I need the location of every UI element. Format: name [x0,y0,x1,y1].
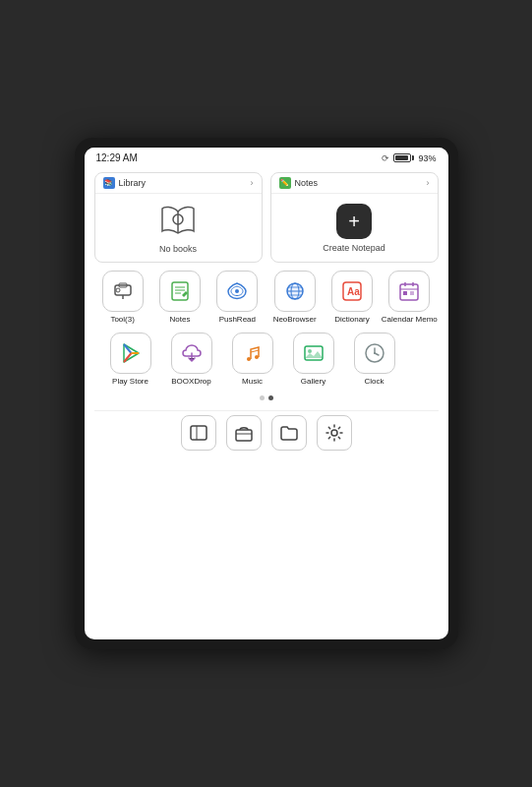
status-right: ⟳ 93% [382,153,436,163]
app-clock[interactable]: Clock [346,333,403,387]
library-widget[interactable]: 📚 Library › No book [94,172,263,263]
svg-rect-34 [191,426,207,440]
notes-widget[interactable]: ✏️ Notes › + Create Notepad [270,172,439,263]
app-playstore[interactable]: Play Store [102,333,159,387]
playstore-icon-wrapper [110,333,151,374]
booxdrop-icon-wrapper [171,333,212,374]
open-book-icon [158,204,198,240]
notes-icon-wrapper [159,271,201,312]
dictionary-icon-wrapper: Aa [331,271,373,312]
notes-chevron-icon: › [427,178,430,188]
no-books-label: No books [159,244,197,254]
notes-app-label: Notes [170,315,191,325]
svg-text:Aa: Aa [347,286,360,297]
booxdrop-icon [178,339,206,367]
music-icon [239,339,266,367]
page-dot-1 [260,395,265,400]
svg-rect-21 [403,291,407,295]
notes-widget-header: ✏️ Notes › [271,173,438,194]
clock-label: Clock [364,377,384,387]
dock-store-icon [234,423,254,443]
screen: 12:29 AM ⟳ 93% [85,148,448,639]
calendar-icon-wrapper [388,271,430,312]
svg-rect-5 [172,282,188,300]
gallery-label: Gallery [301,377,325,387]
page-dot-2 [268,395,273,400]
apps-row-1: Tool(3) Notes [94,271,439,325]
svg-point-33 [374,352,376,354]
library-icon: 📚 [103,177,115,189]
svg-rect-22 [410,291,414,295]
notes-widget-title: ✏️ Notes [279,177,319,189]
app-gallery[interactable]: Gallery [285,333,342,387]
widgets-row: 📚 Library › No book [94,172,439,263]
dock-folder-button[interactable] [271,415,307,451]
gallery-icon-wrapper [293,333,334,374]
battery-percent: 93% [418,153,436,163]
notes-app-icon [166,277,194,305]
battery-tip [412,155,414,160]
battery-fill [395,155,407,160]
app-booxdrop[interactable]: BOOXDrop [163,333,220,387]
status-time: 12:29 AM [96,152,138,163]
notes-label: Notes [295,178,319,188]
app-tool3[interactable]: Tool(3) [94,271,151,325]
dock-settings-icon [325,423,344,443]
clock-icon-wrapper [354,333,395,374]
svg-rect-36 [236,430,252,441]
status-bar: 12:29 AM ⟳ 93% [85,148,448,166]
music-label: Music [242,377,263,387]
pushread-icon [223,277,251,305]
app-neobrowser[interactable]: NeoBrowser [266,271,324,325]
dock-library-icon [189,423,208,443]
home-content: 📚 Library › No book [85,166,448,639]
music-icon-wrapper [232,333,273,374]
svg-line-27 [251,350,259,352]
svg-point-29 [308,349,312,353]
neobrowser-label: NeoBrowser [273,315,317,325]
calendar-memo-label: Calendar Memo [382,315,438,325]
svg-point-9 [235,289,239,293]
app-music[interactable]: Music [224,333,281,387]
svg-rect-17 [400,284,418,300]
neobrowser-icon-wrapper [274,271,316,312]
playstore-label: Play Store [112,377,148,387]
library-widget-title: 📚 Library [103,177,147,189]
library-label: Library [119,178,147,188]
gallery-icon [300,339,327,367]
booxdrop-label: BOOXDrop [171,377,210,387]
device-frame: 12:29 AM ⟳ 93% [75,138,458,649]
notes-widget-body: + Create Notepad [271,194,438,261]
app-calendar-memo[interactable]: Calendar Memo [381,271,438,325]
neobrowser-icon [281,277,309,305]
app-pushread[interactable]: PushRead [208,271,266,325]
app-notes[interactable]: Notes [151,271,208,325]
app-dictionary[interactable]: Aa Dictionary [324,271,381,325]
battery-indicator [393,153,414,162]
dock-store-button[interactable] [226,415,262,451]
dock-settings-button[interactable] [317,415,352,451]
notes-widget-icon: ✏️ [279,177,291,189]
dictionary-label: Dictionary [334,315,370,325]
playstore-icon [117,339,145,367]
create-notepad-label: Create Notepad [323,243,385,253]
svg-point-38 [331,430,337,436]
clock-icon [361,339,388,367]
dock-library-button[interactable] [181,415,216,451]
library-widget-body: No books [95,194,262,262]
sync-icon: ⟳ [382,153,389,163]
calendar-memo-icon [395,277,423,305]
battery-body [393,153,411,162]
dock-folder-icon [279,423,299,443]
pushread-label: PushRead [219,315,256,325]
dictionary-icon: Aa [338,277,366,305]
tool3-icon [109,277,137,305]
tool3-icon-wrapper [102,271,144,312]
library-chevron-icon: › [251,178,254,188]
create-notepad-button[interactable]: + [336,204,372,239]
apps-row-2: Play Store BOOXDrop [94,333,439,387]
bottom-dock [94,410,439,456]
library-widget-header: 📚 Library › [95,173,262,194]
page-indicator [94,394,439,402]
pushread-icon-wrapper [216,271,258,312]
